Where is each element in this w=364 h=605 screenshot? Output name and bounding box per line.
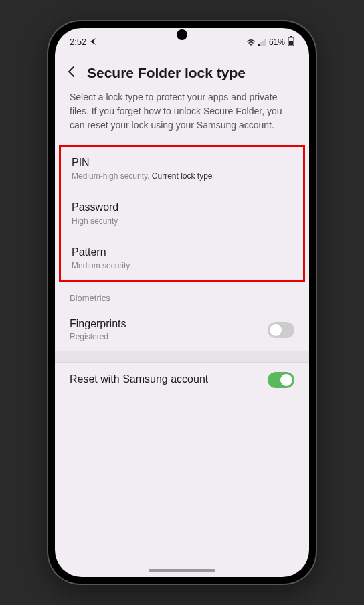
item-subtitle: High security — [72, 216, 292, 226]
back-icon[interactable] — [66, 66, 78, 80]
lock-type-pin[interactable]: PIN Medium-high security, Current lock t… — [61, 147, 303, 191]
battery-percent: 61% — [269, 37, 285, 47]
fingerprints-toggle[interactable] — [268, 322, 294, 338]
item-title: Password — [72, 201, 292, 213]
svg-rect-1 — [260, 42, 262, 46]
phone-frame: 2:52 61% Se — [48, 21, 316, 584]
phone-screen: 2:52 61% Se — [55, 28, 309, 577]
item-subtitle: Medium security — [72, 261, 292, 270]
location-icon — [90, 37, 97, 47]
home-indicator[interactable] — [149, 569, 215, 572]
item-subtitle: Registered — [70, 332, 268, 341]
page-header: Secure Folder lock type — [55, 50, 309, 90]
page-description: Select a lock type to protect your apps … — [55, 90, 309, 145]
camera-notch — [177, 29, 187, 40]
battery-icon — [288, 36, 294, 48]
wifi-icon — [246, 39, 256, 46]
svg-rect-2 — [262, 41, 264, 46]
reset-samsung-item[interactable]: Reset with Samsung account — [55, 363, 309, 398]
status-time: 2:52 — [70, 37, 86, 47]
item-subtitle: Medium-high security, Current lock type — [72, 171, 292, 181]
page-title: Secure Folder lock type — [87, 65, 246, 81]
biometrics-section-header: Biometrics — [55, 282, 309, 309]
signal-icon — [258, 39, 266, 46]
fingerprints-item[interactable]: Fingerprints Registered — [55, 309, 309, 351]
lock-type-pattern[interactable]: Pattern Medium security — [61, 236, 303, 280]
item-title: Pattern — [72, 246, 292, 258]
svg-rect-0 — [258, 44, 260, 46]
svg-rect-3 — [264, 39, 266, 46]
svg-rect-6 — [289, 41, 293, 45]
reset-toggle[interactable] — [268, 372, 294, 388]
item-title: PIN — [72, 157, 292, 169]
item-title: Fingerprints — [70, 318, 268, 330]
item-title: Reset with Samsung account — [70, 373, 268, 385]
highlight-annotation: PIN Medium-high security, Current lock t… — [59, 145, 305, 282]
lock-type-password[interactable]: Password High security — [61, 191, 303, 236]
section-divider — [55, 351, 309, 363]
